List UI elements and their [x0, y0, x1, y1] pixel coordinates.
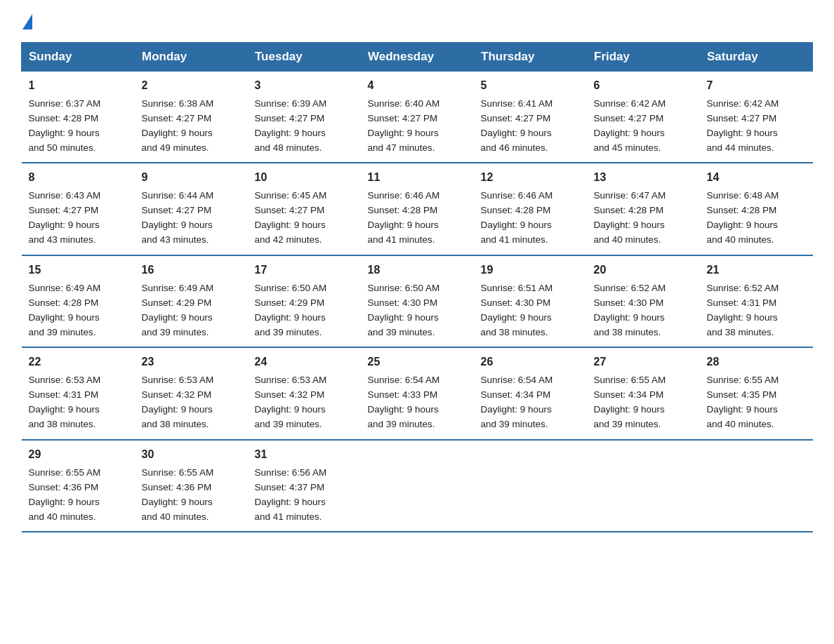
calendar-day-cell: 21Sunrise: 6:52 AMSunset: 4:31 PMDayligh… [700, 255, 813, 347]
day-number: 1 [29, 77, 128, 95]
calendar-week-row: 22Sunrise: 6:53 AMSunset: 4:31 PMDayligh… [22, 347, 813, 439]
day-number: 22 [29, 354, 128, 371]
calendar-day-cell: 20Sunrise: 6:52 AMSunset: 4:30 PMDayligh… [587, 255, 700, 347]
calendar-day-cell: 18Sunrise: 6:50 AMSunset: 4:30 PMDayligh… [361, 255, 474, 347]
calendar-week-row: 1Sunrise: 6:37 AMSunset: 4:28 PMDaylight… [22, 72, 813, 163]
day-number: 18 [368, 262, 467, 279]
calendar-day-cell: 29Sunrise: 6:55 AMSunset: 4:36 PMDayligh… [22, 440, 135, 532]
calendar-day-cell: 26Sunrise: 6:54 AMSunset: 4:34 PMDayligh… [474, 347, 587, 439]
calendar-day-cell [587, 440, 700, 532]
calendar-day-cell: 25Sunrise: 6:54 AMSunset: 4:33 PMDayligh… [361, 347, 474, 439]
calendar-day-cell: 9Sunrise: 6:44 AMSunset: 4:27 PMDaylight… [135, 163, 248, 255]
day-info: Sunrise: 6:43 AMSunset: 4:27 PMDaylight:… [29, 190, 101, 245]
calendar-day-cell: 8Sunrise: 6:43 AMSunset: 4:27 PMDaylight… [22, 163, 135, 255]
day-number: 19 [481, 262, 580, 279]
calendar-day-cell: 15Sunrise: 6:49 AMSunset: 4:28 PMDayligh… [22, 255, 135, 347]
day-info: Sunrise: 6:46 AMSunset: 4:28 PMDaylight:… [368, 190, 440, 245]
day-info: Sunrise: 6:55 AMSunset: 4:35 PMDaylight:… [707, 375, 779, 429]
day-number: 21 [707, 262, 806, 279]
calendar-day-cell: 24Sunrise: 6:53 AMSunset: 4:32 PMDayligh… [248, 347, 361, 439]
calendar-day-cell: 12Sunrise: 6:46 AMSunset: 4:28 PMDayligh… [474, 163, 587, 255]
day-number: 2 [142, 77, 241, 95]
day-info: Sunrise: 6:55 AMSunset: 4:36 PMDaylight:… [142, 467, 214, 522]
day-number: 6 [594, 77, 693, 95]
day-number: 23 [142, 354, 241, 371]
calendar-day-cell: 28Sunrise: 6:55 AMSunset: 4:35 PMDayligh… [700, 347, 813, 439]
day-number: 29 [29, 446, 128, 464]
weekday-header-row: SundayMondayTuesdayWednesdayThursdayFrid… [22, 43, 813, 72]
day-info: Sunrise: 6:37 AMSunset: 4:28 PMDaylight:… [29, 98, 101, 153]
calendar-day-cell: 2Sunrise: 6:38 AMSunset: 4:27 PMDaylight… [135, 72, 248, 163]
day-info: Sunrise: 6:48 AMSunset: 4:28 PMDaylight:… [707, 190, 779, 245]
calendar-day-cell: 11Sunrise: 6:46 AMSunset: 4:28 PMDayligh… [361, 163, 474, 255]
day-info: Sunrise: 6:53 AMSunset: 4:32 PMDaylight:… [255, 375, 327, 429]
day-info: Sunrise: 6:56 AMSunset: 4:37 PMDaylight:… [255, 467, 327, 522]
calendar-day-cell: 13Sunrise: 6:47 AMSunset: 4:28 PMDayligh… [587, 163, 700, 255]
logo-triangle-icon [22, 14, 32, 29]
calendar-week-row: 8Sunrise: 6:43 AMSunset: 4:27 PMDaylight… [22, 163, 813, 255]
calendar-week-row: 15Sunrise: 6:49 AMSunset: 4:28 PMDayligh… [22, 255, 813, 347]
day-info: Sunrise: 6:40 AMSunset: 4:27 PMDaylight:… [368, 98, 440, 153]
calendar-day-cell: 23Sunrise: 6:53 AMSunset: 4:32 PMDayligh… [135, 347, 248, 439]
day-info: Sunrise: 6:42 AMSunset: 4:27 PMDaylight:… [594, 98, 666, 153]
day-number: 5 [481, 77, 580, 95]
day-info: Sunrise: 6:50 AMSunset: 4:30 PMDaylight:… [368, 283, 440, 337]
calendar-day-cell: 19Sunrise: 6:51 AMSunset: 4:30 PMDayligh… [474, 255, 587, 347]
day-number: 28 [707, 354, 806, 371]
calendar-day-cell: 4Sunrise: 6:40 AMSunset: 4:27 PMDaylight… [361, 72, 474, 163]
day-number: 10 [255, 169, 354, 187]
day-number: 24 [255, 354, 354, 371]
day-number: 20 [594, 262, 693, 279]
day-number: 25 [368, 354, 467, 371]
calendar-day-cell: 7Sunrise: 6:42 AMSunset: 4:27 PMDaylight… [700, 72, 813, 163]
weekday-header-wednesday: Wednesday [361, 43, 474, 72]
weekday-header-saturday: Saturday [700, 43, 813, 72]
day-number: 3 [255, 77, 354, 95]
weekday-header-friday: Friday [587, 43, 700, 72]
weekday-header-sunday: Sunday [22, 43, 135, 72]
page-header [21, 14, 813, 31]
day-number: 14 [707, 169, 806, 187]
calendar-day-cell: 3Sunrise: 6:39 AMSunset: 4:27 PMDaylight… [248, 72, 361, 163]
day-number: 4 [368, 77, 467, 95]
day-info: Sunrise: 6:42 AMSunset: 4:27 PMDaylight:… [707, 98, 779, 153]
calendar-day-cell: 5Sunrise: 6:41 AMSunset: 4:27 PMDaylight… [474, 72, 587, 163]
day-info: Sunrise: 6:49 AMSunset: 4:29 PMDaylight:… [142, 283, 214, 337]
day-number: 16 [142, 262, 241, 279]
calendar-day-cell: 10Sunrise: 6:45 AMSunset: 4:27 PMDayligh… [248, 163, 361, 255]
day-number: 26 [481, 354, 580, 371]
day-number: 30 [142, 446, 241, 464]
weekday-header-tuesday: Tuesday [248, 43, 361, 72]
day-info: Sunrise: 6:45 AMSunset: 4:27 PMDaylight:… [255, 190, 327, 245]
day-info: Sunrise: 6:44 AMSunset: 4:27 PMDaylight:… [142, 190, 214, 245]
calendar-day-cell: 27Sunrise: 6:55 AMSunset: 4:34 PMDayligh… [587, 347, 700, 439]
day-number: 11 [368, 169, 467, 187]
day-number: 27 [594, 354, 693, 371]
calendar-day-cell: 30Sunrise: 6:55 AMSunset: 4:36 PMDayligh… [135, 440, 248, 532]
calendar-day-cell: 6Sunrise: 6:42 AMSunset: 4:27 PMDaylight… [587, 72, 700, 163]
weekday-header-monday: Monday [135, 43, 248, 72]
day-number: 17 [255, 262, 354, 279]
day-info: Sunrise: 6:54 AMSunset: 4:34 PMDaylight:… [481, 375, 553, 429]
calendar-day-cell: 31Sunrise: 6:56 AMSunset: 4:37 PMDayligh… [248, 440, 361, 532]
day-info: Sunrise: 6:54 AMSunset: 4:33 PMDaylight:… [368, 375, 440, 429]
calendar-week-row: 29Sunrise: 6:55 AMSunset: 4:36 PMDayligh… [22, 440, 813, 532]
weekday-header-thursday: Thursday [474, 43, 587, 72]
day-info: Sunrise: 6:38 AMSunset: 4:27 PMDaylight:… [142, 98, 214, 153]
day-info: Sunrise: 6:53 AMSunset: 4:31 PMDaylight:… [29, 375, 101, 429]
day-info: Sunrise: 6:39 AMSunset: 4:27 PMDaylight:… [255, 98, 327, 153]
day-info: Sunrise: 6:41 AMSunset: 4:27 PMDaylight:… [481, 98, 553, 153]
day-info: Sunrise: 6:55 AMSunset: 4:36 PMDaylight:… [29, 467, 101, 522]
day-info: Sunrise: 6:49 AMSunset: 4:28 PMDaylight:… [29, 283, 101, 337]
calendar-day-cell: 22Sunrise: 6:53 AMSunset: 4:31 PMDayligh… [22, 347, 135, 439]
calendar-day-cell [474, 440, 587, 532]
day-number: 12 [481, 169, 580, 187]
calendar-table: SundayMondayTuesdayWednesdayThursdayFrid… [21, 42, 813, 532]
day-info: Sunrise: 6:52 AMSunset: 4:30 PMDaylight:… [594, 283, 666, 337]
day-info: Sunrise: 6:52 AMSunset: 4:31 PMDaylight:… [707, 283, 779, 337]
calendar-day-cell: 16Sunrise: 6:49 AMSunset: 4:29 PMDayligh… [135, 255, 248, 347]
calendar-day-cell: 1Sunrise: 6:37 AMSunset: 4:28 PMDaylight… [22, 72, 135, 163]
calendar-day-cell [361, 440, 474, 532]
day-number: 31 [255, 446, 354, 464]
day-number: 7 [707, 77, 806, 95]
